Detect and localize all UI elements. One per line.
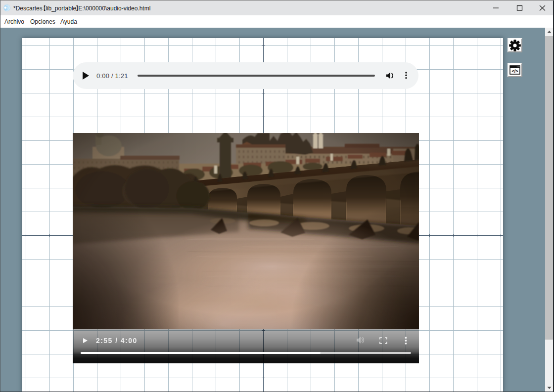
svg-text:</>: </> (511, 69, 518, 74)
